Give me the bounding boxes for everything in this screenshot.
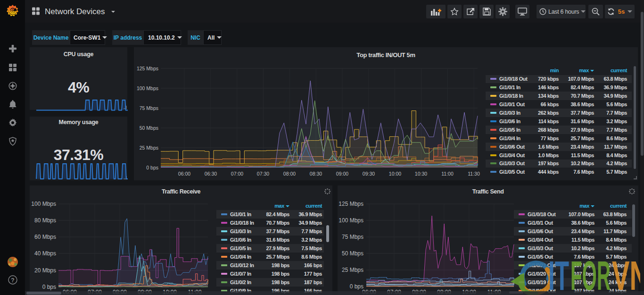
svg-text:FOR: FOR bbox=[570, 253, 611, 295]
svg-text:VN: VN bbox=[612, 253, 644, 295]
svg-text:IT: IT bbox=[548, 253, 569, 295]
